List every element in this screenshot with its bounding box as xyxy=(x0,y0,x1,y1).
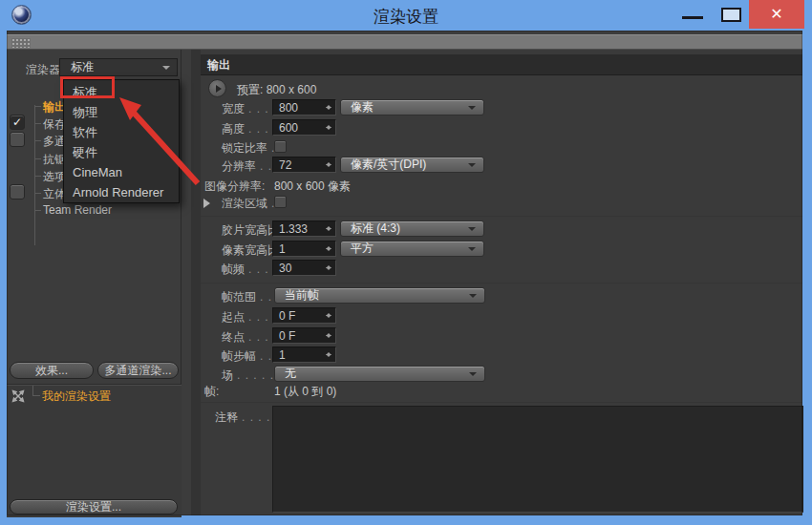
resolution-spinner[interactable]: 72 xyxy=(272,157,336,173)
render-settings-button[interactable]: 渲染设置... xyxy=(10,499,178,514)
preset-text: 预置: 800 x 600 xyxy=(237,82,316,98)
spinner-arrows-icon[interactable] xyxy=(325,158,333,172)
tree-tick xyxy=(34,210,41,211)
image-resolution-row: 图像分辨率: 800 x 600 像素 xyxy=(201,177,802,194)
tree-connector xyxy=(32,386,40,396)
resolution-unit-dropdown[interactable]: 像素/英寸(DPI) xyxy=(340,157,484,173)
spinner-arrows-icon[interactable] xyxy=(325,100,333,115)
minimize-icon xyxy=(682,16,703,19)
frame-range-row: 帧范围. . . . 当前帧 xyxy=(201,287,802,304)
spinner-arrows-icon[interactable] xyxy=(325,328,333,343)
start-frame-spinner[interactable]: 0 F xyxy=(272,307,336,324)
minimize-button[interactable] xyxy=(669,0,716,29)
preset-row: 预置: 800 x 600 xyxy=(201,81,802,98)
height-row: 高度. . . . . 600 xyxy=(201,119,802,136)
pixel-aspect-dropdown[interactable]: 平方 xyxy=(340,241,484,257)
tree-checkbox[interactable]: ✓ xyxy=(10,115,25,130)
start-frame-row: 起点. . . . . 0 F xyxy=(201,307,802,325)
spinner-arrows-icon[interactable] xyxy=(325,347,333,362)
frames-info-value: 1 (从 0 到 0) xyxy=(274,384,336,400)
film-aspect-spinner[interactable]: 1.333 xyxy=(272,220,336,237)
frame-step-row: 帧步幅. . . 1 xyxy=(201,346,802,364)
spinner-arrows-icon[interactable] xyxy=(325,221,333,236)
pixel-aspect-label: 像素宽高比 xyxy=(222,242,279,259)
tree-tick xyxy=(34,193,41,194)
frames-info-row: 帧: 1 (从 0 到 0) xyxy=(201,382,802,399)
spinner-arrows-icon[interactable] xyxy=(325,120,333,135)
output-header: 输出 xyxy=(201,54,802,75)
frames-info-label: 帧: xyxy=(204,384,219,400)
tree-checkbox[interactable] xyxy=(10,184,25,200)
film-aspect-dropdown[interactable]: 标准 (4:3) xyxy=(340,220,484,237)
maximize-button[interactable] xyxy=(716,0,749,29)
toolbar-strip xyxy=(7,34,802,50)
film-aspect-row: 胶片宽高比 1.333 标准 (4:3) xyxy=(201,220,802,238)
effects-button[interactable]: 效果... xyxy=(10,362,94,379)
render-region-row: 渲染区域. . xyxy=(201,194,802,211)
tree-tick xyxy=(34,106,41,107)
separator xyxy=(201,216,802,217)
output-panel: 输出 预置: 800 x 600 宽度. . . . . 800 像素 高度. … xyxy=(191,50,802,515)
width-row: 宽度. . . . . 800 像素 xyxy=(201,99,802,116)
render-settings-window: 渲染设置 ✕ 渲染器 标准 输出✓保存多通道抗锯齿选项立体Team Render… xyxy=(0,0,812,525)
end-frame-spinner[interactable]: 0 F xyxy=(272,327,336,344)
grip-handle-icon[interactable] xyxy=(11,38,31,48)
tree-tick xyxy=(34,140,41,141)
frame-rate-row: 帧频. . . . . 30 xyxy=(201,260,802,277)
image-resolution-label: 图像分辨率: xyxy=(204,178,265,195)
frame-step-spinner[interactable]: 1 xyxy=(272,346,336,363)
renderer-menu-item[interactable]: 硬件 xyxy=(64,142,179,162)
separator xyxy=(201,283,802,284)
annotation-textarea[interactable] xyxy=(272,406,803,513)
frame-range-dropdown[interactable]: 当前帧 xyxy=(274,287,485,304)
field-row: 场. . . . . . . 无 xyxy=(201,366,802,383)
renderer-menu-item[interactable]: Arnold Renderer xyxy=(64,182,179,202)
pixel-aspect-spinner[interactable]: 1 xyxy=(272,241,336,257)
height-spinner[interactable]: 600 xyxy=(272,119,336,136)
frame-rate-spinner[interactable]: 30 xyxy=(272,260,336,276)
tree-tick xyxy=(34,176,41,177)
renderer-menu-item[interactable]: 物理 xyxy=(64,102,179,122)
pixel-aspect-row: 像素宽高比 1 平方 xyxy=(201,241,802,258)
separator xyxy=(201,402,802,403)
field-dropdown[interactable]: 无 xyxy=(274,366,485,382)
tree-item-7[interactable]: Team Render xyxy=(7,201,182,219)
width-spinner[interactable]: 800 xyxy=(272,99,336,116)
annotation-label: 注释. . . . . xyxy=(215,410,279,426)
render-region-checkbox[interactable] xyxy=(274,196,287,208)
close-button[interactable]: ✕ xyxy=(749,0,804,29)
dialog-content: 渲染器 标准 输出✓保存多通道抗锯齿选项立体Team Render 效果... … xyxy=(7,31,802,515)
play-circle-icon[interactable] xyxy=(208,79,226,97)
fit-arrows-icon xyxy=(11,389,25,403)
spinner-arrows-icon[interactable] xyxy=(325,242,333,256)
renderer-menu-item[interactable]: 软件 xyxy=(64,122,179,142)
annotation-red-rectangle xyxy=(60,76,115,98)
lock-ratio-row: 锁定比率. . xyxy=(201,138,802,156)
titlebar: 渲染设置 ✕ xyxy=(0,0,812,31)
settings-tree: 我的渲染设置 xyxy=(7,386,182,517)
multipass-render-button[interactable]: 多通道渲染... xyxy=(97,362,179,379)
resolution-row: 分辨率. . . 72 像素/英寸(DPI) xyxy=(201,157,802,174)
lock-ratio-checkbox[interactable] xyxy=(274,140,287,153)
tree-tick xyxy=(34,158,41,159)
spinner-arrows-icon[interactable] xyxy=(325,261,333,275)
width-unit-dropdown[interactable]: 像素 xyxy=(340,99,484,116)
tree-tick xyxy=(34,123,41,124)
image-resolution-value: 800 x 600 像素 xyxy=(274,178,351,195)
end-frame-row: 终点. . . . . 0 F xyxy=(201,327,802,345)
maximize-icon xyxy=(721,8,741,22)
spinner-arrows-icon[interactable] xyxy=(325,308,333,323)
renderer-menu-item[interactable]: CineMan xyxy=(64,162,179,182)
tree-checkbox[interactable] xyxy=(10,132,25,147)
expand-triangle-icon[interactable] xyxy=(203,199,210,208)
tree-item-label: Team Render xyxy=(43,203,112,217)
my-render-settings-item[interactable]: 我的渲染设置 xyxy=(42,388,111,405)
film-aspect-label: 胶片宽高比 xyxy=(222,222,279,239)
